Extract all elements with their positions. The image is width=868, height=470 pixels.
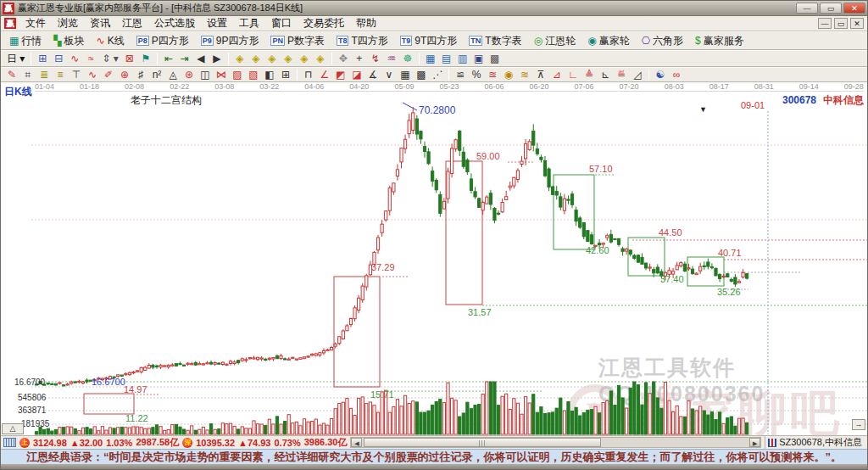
hand-icon[interactable]: ✥ (336, 51, 351, 66)
menu-6[interactable]: 工具 (233, 15, 265, 31)
zoom-in-window-icon[interactable]: ⊞ (35, 51, 50, 66)
next-bar-icon[interactable]: ▶ (209, 51, 225, 66)
last-bar-icon[interactable]: ⇥ (177, 51, 192, 66)
draw-circle-cross-icon[interactable]: ⊕ (117, 67, 132, 82)
draw-tline-icon[interactable]: ⊤ (69, 67, 84, 82)
gann-diamond-2-icon[interactable]: ◈ (248, 51, 264, 66)
scrollbar-thumb[interactable] (364, 438, 601, 447)
t-square-button[interactable]: T8T四方形 (331, 32, 393, 50)
9t-square-button[interactable]: T99T四方形 (395, 32, 463, 50)
gann-diamond-1-icon[interactable]: ◈ (232, 51, 248, 66)
scrollbar-right-arrow[interactable]: ▶ (749, 438, 760, 447)
draw-bracket-icon[interactable]: ⊓ (301, 67, 316, 82)
draw-angle3-icon[interactable]: ⊾ (598, 67, 613, 82)
draw-plusbox-icon[interactable]: ⊞ (278, 67, 293, 82)
current-stock-status[interactable]: SZ300678,中科信息 (765, 436, 865, 449)
gann-diamond-5-icon[interactable]: ◈ (297, 51, 312, 66)
kline-chart[interactable]: 70.280059.0057.1044.5042.6040.7137.4035.… (1, 82, 867, 435)
notepad-icon[interactable]: ▥ (455, 51, 470, 66)
scroll-right-button[interactable]: → (852, 419, 865, 430)
prev-bar-icon[interactable]: ◀ (193, 51, 209, 66)
draw-grid3-icon[interactable]: ▩ (414, 67, 429, 82)
draw-bowtie-icon[interactable]: ⋈ (214, 67, 229, 82)
taiji-icon[interactable]: ☯ (653, 67, 668, 82)
crosshair-icon[interactable]: + (352, 51, 367, 66)
gann-wheel-button[interactable]: ◎江恩轮 (529, 32, 581, 50)
draw-gann-lines2-icon[interactable]: ≡ (53, 67, 68, 82)
gann-diamond-4-icon[interactable]: ◈ (281, 51, 296, 66)
draw-shade2-icon[interactable]: ▧ (246, 67, 261, 82)
close-button[interactable]: ✕ (843, 3, 865, 14)
draw-spiral-icon[interactable]: ∿ (85, 67, 100, 82)
draw-waves-icon[interactable]: ≋ (517, 67, 532, 82)
draw-n2-icon[interactable]: n² (149, 67, 164, 82)
wave-tool-icon[interactable]: ♒ (384, 51, 399, 66)
p-number-button[interactable]: PNP数字表 (265, 32, 330, 50)
draw-rt-triangle-icon[interactable]: ⊿ (549, 67, 565, 82)
menu-0[interactable]: 文件 (19, 15, 52, 31)
print-icon[interactable]: ▩ (487, 51, 503, 66)
draw-delta-eq-icon[interactable]: ≜ (581, 67, 597, 82)
draw-pen2-icon[interactable]: ✐ (101, 67, 116, 82)
kline-button[interactable]: ∿K线 (92, 32, 130, 50)
zoom-out-window-icon[interactable]: ⊟ (51, 51, 66, 66)
mdi-button-1[interactable]: ▭ (834, 18, 848, 29)
draw-triangle-icon[interactable]: ◬ (165, 67, 181, 82)
draw-check-icon[interactable]: ∨ (381, 67, 397, 82)
infinity-icon[interactable]: ∞ (669, 67, 684, 82)
draw-gold-circle-icon[interactable]: ◉ (501, 67, 516, 82)
draw-grid-icon[interactable]: ⌗ (20, 67, 36, 82)
p-square-button[interactable]: P8P四方形 (131, 32, 194, 50)
draw-corner1-icon[interactable]: ◩ (333, 67, 348, 82)
draw-corner2-icon[interactable]: ◪ (349, 67, 364, 82)
quotes-button[interactable]: ▦行情 (4, 32, 47, 50)
winner-service-button[interactable]: $赢家服务 (690, 32, 749, 50)
draw-grid2-icon[interactable]: ▦ (398, 67, 413, 82)
winner-wheel-button[interactable]: ◉赢家轮 (582, 32, 634, 50)
sh-index-icon[interactable]: 上 (19, 438, 30, 448)
minimize-button[interactable]: — (796, 3, 818, 14)
flag-icon[interactable]: ⚑ (138, 51, 153, 66)
gann-diamond-3-icon[interactable]: ◈ (264, 51, 280, 66)
draw-sector-icon[interactable]: ◿ (630, 67, 645, 82)
expand-pane-button[interactable]: △ (2, 423, 24, 434)
menu-7[interactable]: 窗口 (265, 15, 298, 31)
calendar-icon[interactable]: ▦ (423, 51, 438, 66)
menu-3[interactable]: 江恩 (116, 15, 148, 31)
menu-5[interactable]: 设置 (201, 15, 233, 31)
horizontal-scrollbar[interactable]: ◀ ▶ (350, 437, 761, 448)
draw-approx-icon[interactable]: ≊ (485, 67, 500, 82)
menu-1[interactable]: 浏览 (52, 15, 84, 31)
draw-nand-icon[interactable]: ⊼ (533, 67, 548, 82)
kx-window-icon[interactable]: ⊠ (122, 51, 137, 66)
gann-diamond-6-icon[interactable]: ◈ (313, 51, 328, 66)
scrollbar-left-arrow[interactable]: ◀ (351, 438, 362, 447)
t-number-button[interactable]: TNT数字表 (464, 32, 526, 50)
hexagon-button[interactable]: ⎔六角形 (637, 32, 688, 50)
period-day-button[interactable]: 日 ▾ (4, 51, 27, 66)
mdi-button-0[interactable]: — (818, 18, 832, 29)
scale-slider-icon[interactable]: ⇕ ▾ (99, 51, 120, 66)
compass-icon[interactable]: ☸ (400, 51, 415, 66)
first-bar-icon[interactable]: ⇤ (161, 51, 176, 66)
mdi-button-2[interactable]: ✕ (850, 18, 864, 29)
sh-index-value[interactable]: 3124.98 (33, 438, 67, 448)
draw-half-icon[interactable]: ◧ (262, 67, 277, 82)
restore-button[interactable]: ▭ (820, 3, 842, 14)
draw-percent-icon[interactable]: % (469, 67, 484, 82)
draw-ratio-icon[interactable]: ≌ (453, 67, 468, 82)
draw-shade1-icon[interactable]: ▨ (230, 67, 245, 82)
draw-gann-lines-icon[interactable]: ≣ (36, 67, 52, 82)
menu-4[interactable]: 公式选股 (148, 15, 201, 31)
draw-box-icon[interactable]: ◫ (198, 67, 213, 82)
draw-slashes-icon[interactable]: ⋰ (430, 67, 445, 82)
calculator-icon[interactable]: ▤ (439, 51, 454, 66)
polyline-icon[interactable]: ↯ (368, 51, 383, 66)
draw-star-circle-icon[interactable]: ⊛ (181, 67, 197, 82)
draw-angle2-icon[interactable]: ∡ (365, 67, 381, 82)
9p-square-button[interactable]: P99P四方形 (196, 32, 264, 50)
kline-style1-icon[interactable]: ∿ (67, 51, 82, 66)
menu-2[interactable]: 资讯 (84, 15, 116, 31)
kline-style2-icon[interactable]: ≈ (83, 51, 98, 66)
menu-8[interactable]: 交易委托 (298, 15, 350, 31)
